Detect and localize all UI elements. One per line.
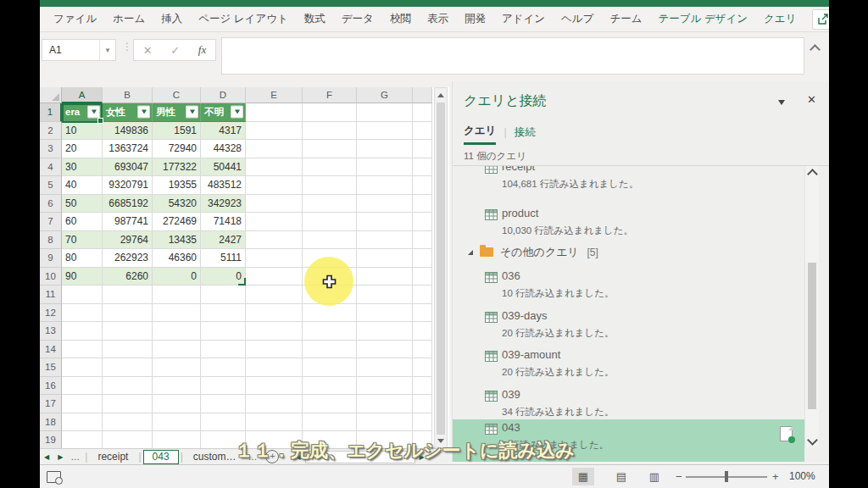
grid-cell[interactable]	[357, 286, 413, 304]
column-header-B[interactable]: B	[103, 87, 153, 103]
grid-cell[interactable]	[62, 431, 103, 448]
grid-cell[interactable]	[303, 304, 357, 323]
filter-dropdown-icon[interactable]	[87, 106, 100, 119]
grid-cell[interactable]	[357, 377, 413, 396]
grid-cell[interactable]	[103, 358, 153, 377]
zoom-out-button[interactable]: −	[676, 470, 682, 483]
row-header-19[interactable]: 19	[40, 431, 62, 448]
grid-cell[interactable]	[303, 395, 357, 413]
grid-cell[interactable]	[103, 322, 153, 341]
grid-cell[interactable]: 29764	[103, 231, 153, 250]
menu-item-挿入[interactable]: 挿入	[161, 12, 182, 26]
grid-cell[interactable]	[357, 213, 413, 231]
grid-cell[interactable]	[246, 377, 303, 396]
worksheet-grid[interactable]: ABCDEFG1era女性男性不明21014983615914317320136…	[40, 87, 449, 448]
grid-cell[interactable]	[303, 341, 357, 359]
grid-cell[interactable]	[357, 341, 413, 359]
grid-cell[interactable]	[413, 286, 432, 304]
grid-cell[interactable]: 13435	[153, 231, 201, 250]
grid-cell[interactable]	[357, 176, 413, 195]
row-header-17[interactable]: 17	[40, 395, 62, 413]
select-all-corner[interactable]	[40, 87, 62, 103]
grid-cell[interactable]	[246, 286, 303, 304]
grid-cell[interactable]: 50441	[201, 158, 246, 177]
grid-cell[interactable]	[153, 304, 201, 323]
grid-cell[interactable]	[357, 231, 413, 250]
row-header-6[interactable]: 6	[40, 195, 62, 214]
query-item-036[interactable]: 03610 行読み込まれました。	[453, 268, 804, 307]
table-resize-handle[interactable]	[238, 278, 246, 286]
grid-cell[interactable]: 483512	[201, 176, 246, 195]
zoom-in-button[interactable]: +	[772, 470, 779, 483]
column-header-D[interactable]: D	[201, 87, 246, 103]
sheet-vertical-scrollbar[interactable]	[434, 87, 448, 448]
scrollbar-thumb[interactable]	[437, 103, 445, 435]
row-header-16[interactable]: 16	[40, 377, 62, 396]
tab-connections[interactable]: 接続	[515, 125, 536, 144]
grid-cell[interactable]	[246, 322, 303, 341]
grid-cell[interactable]	[303, 158, 357, 177]
grid-cell[interactable]	[413, 176, 432, 195]
column-header-partial[interactable]	[413, 87, 432, 103]
grid-cell[interactable]	[153, 358, 201, 377]
grid-cell[interactable]: 2427	[201, 231, 246, 250]
grid-cell[interactable]	[413, 103, 432, 122]
grid-cell[interactable]: 693047	[103, 158, 153, 177]
grid-cell[interactable]	[303, 176, 357, 195]
grid-cell[interactable]	[246, 358, 303, 377]
sheet-tab-043[interactable]: 043	[143, 450, 179, 464]
grid-cell[interactable]	[246, 122, 303, 141]
macro-record-icon[interactable]	[47, 471, 61, 483]
grid-cell[interactable]	[153, 413, 201, 432]
table-header-cell[interactable]: 不明	[201, 103, 246, 122]
column-header-A[interactable]: A	[62, 87, 103, 103]
grid-cell[interactable]: 44328	[201, 140, 246, 158]
menu-item-ページ レイアウト[interactable]: ページ レイアウト	[198, 12, 288, 26]
grid-cell[interactable]	[357, 140, 413, 158]
grid-cell[interactable]: 54320	[153, 195, 201, 214]
grid-cell[interactable]: 71418	[201, 213, 246, 231]
query-name[interactable]: 039-days	[502, 309, 547, 322]
grid-cell[interactable]	[413, 195, 432, 214]
menu-item-データ[interactable]: データ	[342, 12, 374, 26]
query-item-product[interactable]: product10,030 行読み込まれました。	[453, 205, 804, 244]
row-header-13[interactable]: 13	[40, 322, 62, 341]
grid-cell[interactable]: 19355	[153, 176, 201, 195]
table-header-cell[interactable]: 男性	[153, 103, 201, 122]
table-header-cell[interactable]: 女性	[103, 103, 153, 122]
grid-cell[interactable]	[303, 413, 357, 432]
menu-item-ファイル[interactable]: ファイル	[53, 12, 97, 26]
grid-cell[interactable]: 72940	[153, 140, 201, 158]
column-header-C[interactable]: C	[153, 87, 201, 103]
name-box[interactable]: A1 ▼	[42, 39, 116, 61]
column-header-F[interactable]: F	[303, 87, 357, 103]
grid-cell[interactable]: 9320791	[103, 176, 153, 195]
grid-cell[interactable]	[246, 103, 303, 122]
grid-cell[interactable]: 262923	[103, 249, 153, 268]
grid-cell[interactable]	[103, 431, 153, 448]
grid-cell[interactable]	[357, 322, 413, 341]
grid-cell[interactable]: 1363724	[103, 140, 153, 158]
sheet-nav-left-icon[interactable]: ◀	[44, 453, 49, 461]
row-header-9[interactable]: 9	[40, 249, 62, 268]
grid-cell[interactable]	[153, 286, 201, 304]
column-header-E[interactable]: E	[246, 87, 303, 103]
filter-dropdown-icon[interactable]	[137, 106, 150, 119]
grid-cell[interactable]	[357, 304, 413, 323]
row-header-10[interactable]: 10	[40, 268, 62, 286]
grid-cell[interactable]	[413, 158, 432, 177]
grid-cell[interactable]	[246, 249, 303, 268]
grid-cell[interactable]	[246, 231, 303, 250]
grid-cell[interactable]	[413, 140, 432, 158]
panel-close-icon[interactable]: ✕	[807, 93, 816, 106]
panel-scrollbar-thumb[interactable]	[808, 263, 816, 409]
grid-cell[interactable]	[103, 286, 153, 304]
grid-cell[interactable]	[246, 213, 303, 231]
grid-cell[interactable]	[153, 431, 201, 448]
grid-cell[interactable]	[246, 195, 303, 214]
folder-name[interactable]: その他のクエリ [5]	[500, 245, 598, 260]
grid-cell[interactable]	[413, 377, 432, 396]
grid-cell[interactable]: 50	[62, 195, 103, 214]
grid-cell[interactable]	[246, 304, 303, 323]
menu-item-表示[interactable]: 表示	[427, 12, 448, 26]
